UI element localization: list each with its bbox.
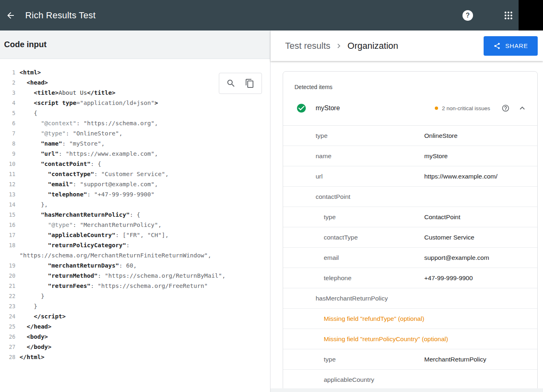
breadcrumb-current-page: Organization bbox=[347, 41, 398, 51]
property-label: applicableCountry bbox=[324, 376, 374, 383]
code-line: 5 { bbox=[0, 108, 270, 118]
code-text: "returnMethod": "https://schema.org/Retu… bbox=[20, 271, 225, 281]
chevron-right-icon bbox=[334, 41, 343, 50]
line-number: 27 bbox=[0, 342, 20, 352]
results-header: Test results Organization SHARE bbox=[270, 30, 543, 61]
main-split: Code input 1<html>2 <head>3 <title>About… bbox=[0, 30, 543, 392]
property-label: type bbox=[324, 356, 336, 363]
apps-grid-button[interactable] bbox=[501, 8, 516, 23]
copy-code-button[interactable] bbox=[245, 78, 255, 88]
property-label: contactType bbox=[324, 234, 358, 241]
breadcrumb-test-results[interactable]: Test results bbox=[285, 41, 330, 51]
issues-summary: 2 non-critical issues bbox=[435, 105, 490, 111]
line-number: 8 bbox=[0, 139, 20, 149]
back-button[interactable] bbox=[2, 7, 20, 24]
test-results-panel: Test results Organization SHARE Detected… bbox=[270, 30, 543, 392]
property-group-row: hasMerchantReturnPolicy bbox=[283, 288, 537, 309]
detected-items-label: Detected items bbox=[294, 84, 528, 90]
entity-row[interactable]: myStore 2 non-critical issues bbox=[294, 98, 528, 119]
rich-results-test-app: Rich Results Test ? Code input bbox=[0, 0, 543, 392]
line-number: 9 bbox=[0, 149, 20, 159]
code-input-header: Code input bbox=[0, 30, 270, 59]
entity-help-button[interactable] bbox=[501, 103, 510, 113]
code-text: "email": "support@example.com", bbox=[20, 179, 158, 189]
line-number: 16 bbox=[0, 220, 20, 230]
code-text: </head> bbox=[20, 322, 52, 332]
code-line: 11 "contactType": "Customer Service", bbox=[0, 169, 270, 179]
line-number: 2 bbox=[0, 78, 20, 88]
property-row: emailsupport@example.com bbox=[283, 248, 537, 268]
code-input-panel: Code input 1<html>2 <head>3 <title>About… bbox=[0, 30, 270, 392]
results-content: Detected items myStore 2 non-critical is… bbox=[270, 61, 543, 392]
property-label: url bbox=[316, 173, 323, 180]
line-number: 19 bbox=[0, 261, 20, 271]
copy-icon bbox=[245, 78, 255, 88]
line-number: 14 bbox=[0, 200, 20, 210]
account-avatar[interactable] bbox=[519, 0, 543, 30]
line-number: 24 bbox=[0, 311, 20, 322]
code-text: "applicableCountry": ["FR", "CH"], bbox=[20, 230, 169, 240]
topbar: Rich Results Test ? bbox=[0, 0, 543, 30]
property-value: https://www.example.com/ bbox=[424, 173, 497, 180]
property-value: MerchantReturnPolicy bbox=[424, 356, 486, 363]
code-line: 13 "telephone": "+47-99-999-9900" bbox=[0, 189, 270, 200]
code-text: "telephone": "+47-99-999-9900" bbox=[20, 189, 155, 200]
code-text: { bbox=[20, 108, 37, 118]
code-text: }, bbox=[20, 200, 48, 210]
line-number: 4 bbox=[0, 98, 20, 108]
arrow-left-icon bbox=[6, 11, 15, 20]
property-row: telephone+47-99-999-9900 bbox=[283, 268, 537, 288]
property-row: urlhttps://www.example.com/ bbox=[283, 166, 537, 187]
code-editor[interactable]: 1<html>2 <head>3 <title>About Us</title>… bbox=[0, 59, 270, 392]
line-number: 17 bbox=[0, 230, 20, 240]
code-line: 23 } bbox=[0, 301, 270, 311]
code-text: <script type="application/ld+json"> bbox=[20, 98, 158, 108]
property-value: +47-99-999-9900 bbox=[424, 274, 473, 282]
line-number: 3 bbox=[0, 88, 20, 98]
property-row: typeOnlineStore bbox=[283, 126, 537, 146]
code-line: 4 <script type="application/ld+json"> bbox=[0, 98, 270, 108]
property-value: myStore bbox=[424, 152, 448, 160]
property-label: email bbox=[324, 254, 339, 261]
code-line: 6 "@context": "https://schema.org", bbox=[0, 118, 270, 128]
bottom-scrollbar-track bbox=[270, 388, 543, 392]
check-circle-icon bbox=[296, 103, 307, 113]
help-outline-icon bbox=[502, 104, 510, 112]
code-line: 19 "merchantReturnDays": 60, bbox=[0, 261, 270, 271]
collapse-entity-button[interactable] bbox=[517, 103, 528, 113]
line-number: 1 bbox=[0, 68, 20, 78]
code-text: "merchantReturnDays": 60, bbox=[20, 261, 137, 271]
help-circle-icon: ? bbox=[462, 10, 473, 21]
line-number: 25 bbox=[0, 322, 20, 332]
code-text: <head> bbox=[20, 78, 48, 88]
warning-message: Missing field "refundType" (optional) bbox=[324, 315, 424, 322]
line-number: 28 bbox=[0, 352, 20, 362]
line-number: 12 bbox=[0, 179, 20, 189]
property-row: typeMerchantReturnPolicy bbox=[283, 349, 537, 370]
property-row: typeContactPoint bbox=[283, 207, 537, 227]
code-line: 20 "returnMethod": "https://schema.org/R… bbox=[0, 271, 270, 281]
warning-dot-icon bbox=[435, 107, 438, 110]
line-number: 10 bbox=[0, 159, 20, 169]
search-code-button[interactable] bbox=[226, 78, 236, 88]
code-input-title: Code input bbox=[4, 40, 46, 49]
property-label: name bbox=[316, 152, 331, 160]
code-text: } bbox=[20, 301, 37, 311]
code-line: 9 "url": "https://www.example.com", bbox=[0, 149, 270, 159]
line-number: 11 bbox=[0, 169, 20, 179]
property-label: contactPoint bbox=[316, 193, 350, 200]
line-number: 23 bbox=[0, 301, 20, 311]
breadcrumb: Test results Organization bbox=[285, 41, 398, 51]
warning-message: Missing field "returnPolicyCountry" (opt… bbox=[324, 335, 448, 343]
app-title: Rich Results Test bbox=[25, 10, 96, 21]
code-line: 14 }, bbox=[0, 200, 270, 210]
code-text: </html> bbox=[20, 352, 44, 362]
code-line: 25 </head> bbox=[0, 322, 270, 332]
entity-name: myStore bbox=[316, 105, 340, 112]
help-button[interactable]: ? bbox=[460, 8, 475, 23]
search-icon bbox=[226, 78, 236, 88]
share-button[interactable]: SHARE bbox=[484, 36, 538, 56]
code-text: "@type": "MerchantReturnPolicy", bbox=[20, 220, 161, 230]
property-value: Customer Service bbox=[424, 234, 474, 241]
property-label: type bbox=[324, 213, 336, 221]
